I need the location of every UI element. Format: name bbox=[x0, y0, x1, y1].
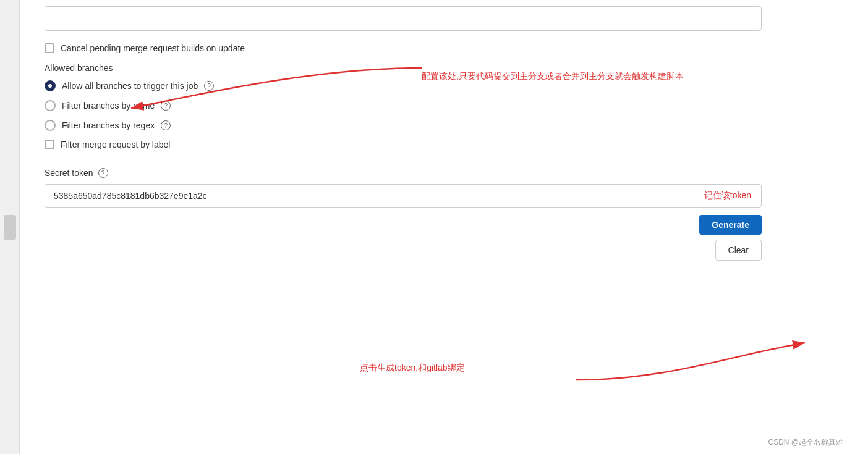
radio-filter-name-circle[interactable] bbox=[45, 100, 56, 111]
secret-token-help-icon[interactable]: ? bbox=[98, 168, 108, 178]
token-annotation: 记住该token bbox=[694, 190, 761, 201]
top-textarea bbox=[45, 6, 762, 31]
token-input[interactable] bbox=[45, 185, 694, 207]
left-sidebar bbox=[0, 0, 20, 454]
radio-filter-regex-label: Filter branches by regex bbox=[62, 120, 155, 130]
token-annotation-note: 点击生成token,和gitlab绑定 bbox=[360, 363, 465, 374]
allowed-branches-group: Allow all branches to trigger this job ?… bbox=[45, 80, 843, 149]
secret-token-section: Secret token ? 记住该token Generate Clear bbox=[45, 168, 843, 261]
filter-merge-checkbox[interactable] bbox=[45, 140, 54, 149]
token-input-row: 记住该token bbox=[45, 184, 762, 208]
filter-name-help-icon[interactable]: ? bbox=[161, 101, 171, 111]
radio-filter-regex[interactable]: Filter branches by regex ? bbox=[45, 120, 843, 131]
sidebar-handle[interactable] bbox=[4, 215, 16, 240]
radio-filter-regex-circle[interactable] bbox=[45, 120, 56, 131]
filter-merge-row[interactable]: Filter merge request by label bbox=[45, 140, 843, 149]
generate-arrow bbox=[360, 324, 823, 398]
secret-token-label-row: Secret token ? bbox=[45, 168, 843, 178]
radio-allow-all-circle[interactable] bbox=[45, 80, 56, 91]
secret-token-text: Secret token bbox=[45, 168, 93, 178]
generate-button[interactable]: Generate bbox=[699, 215, 762, 235]
cancel-pending-label: Cancel pending merge request builds on u… bbox=[61, 43, 245, 53]
radio-filter-name[interactable]: Filter branches by name ? bbox=[45, 100, 843, 111]
branches-annotation: 配置该处,只要代码提交到主分支或者合并到主分支就会触发构建脚本 bbox=[422, 71, 684, 82]
clear-button[interactable]: Clear bbox=[715, 240, 762, 261]
main-content: Cancel pending merge request builds on u… bbox=[20, 0, 868, 454]
button-row: Generate Clear bbox=[45, 215, 762, 261]
cancel-pending-checkbox[interactable] bbox=[45, 43, 54, 53]
filter-merge-label: Filter merge request by label bbox=[61, 140, 170, 149]
radio-allow-all-label: Allow all branches to trigger this job bbox=[62, 81, 198, 91]
radio-filter-name-label: Filter branches by name bbox=[62, 101, 155, 111]
allow-all-help-icon[interactable]: ? bbox=[204, 81, 214, 91]
filter-regex-help-icon[interactable]: ? bbox=[161, 120, 171, 130]
cancel-pending-row: Cancel pending merge request builds on u… bbox=[45, 43, 843, 53]
csdn-watermark: CSDN @起个名称真难 bbox=[768, 437, 843, 448]
